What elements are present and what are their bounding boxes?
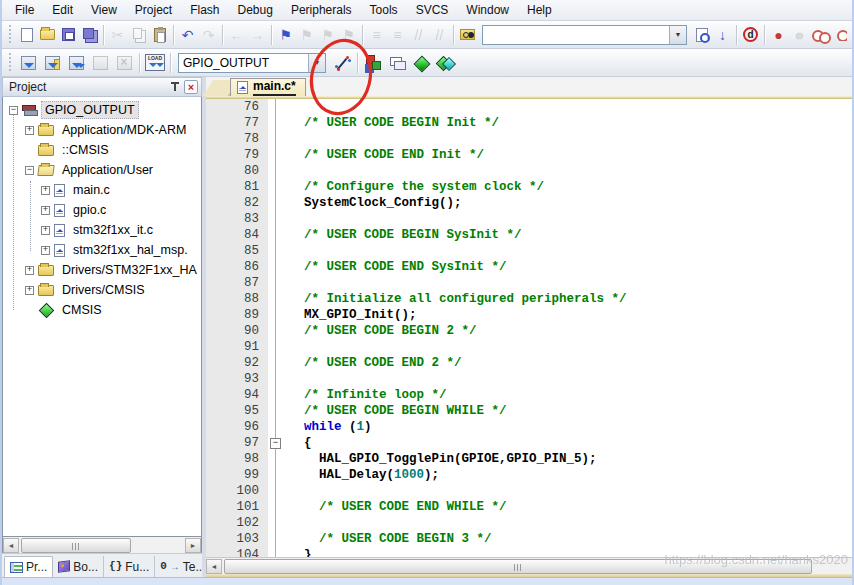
menu-flash[interactable]: Flash xyxy=(181,1,228,19)
tab-main-c[interactable]: main.c* xyxy=(230,78,306,96)
tree-expander[interactable]: + xyxy=(25,266,34,275)
scrollbar-track[interactable] xyxy=(19,538,185,553)
tree-item-main-c[interactable]: +main.c xyxy=(3,180,201,200)
tree-item-stm32f1xx-it-c[interactable]: +stm32f1xx_it.c xyxy=(3,220,201,240)
tree-item-gpio-c[interactable]: +gpio.c xyxy=(3,200,201,220)
tree-expander[interactable]: + xyxy=(41,206,50,215)
tree-expander[interactable]: − xyxy=(9,106,18,115)
scroll-left-button[interactable]: ◄ xyxy=(206,559,222,574)
functions-tab-icon: {} xyxy=(109,561,122,572)
new-file-button[interactable] xyxy=(16,24,37,46)
menu-tools[interactable]: Tools xyxy=(361,1,407,19)
code-line: 89 MX_GPIO_Init(); xyxy=(206,307,852,323)
books-tab[interactable]: Bo... xyxy=(53,556,104,577)
search-combobox-dropdown-button[interactable]: ▼ xyxy=(669,26,686,44)
scrollbar-thumb[interactable] xyxy=(224,559,812,574)
menu-edit[interactable]: Edit xyxy=(43,1,82,19)
search-combobox[interactable]: ▼ xyxy=(482,25,687,45)
insert-breakpoint-button[interactable]: ● xyxy=(768,24,789,46)
functions-tab[interactable]: {}Fu... xyxy=(104,556,155,577)
tree-expander[interactable]: + xyxy=(41,186,50,195)
line-number: 79 xyxy=(206,147,268,163)
file-extensions-books-icon xyxy=(365,55,381,71)
scroll-right-button[interactable]: ► xyxy=(185,538,201,553)
find-all-references-button[interactable]: d xyxy=(740,24,761,46)
bookmark-toggle-button[interactable]: ⚑ xyxy=(275,24,296,46)
project-panel-title: Project xyxy=(9,80,170,94)
target-combobox[interactable]: GPIO_OUTPUT▼ xyxy=(178,53,326,73)
find-in-files-button[interactable] xyxy=(457,24,478,46)
tree-item-application-mdk-arm[interactable]: +Application/MDK-ARM xyxy=(3,120,201,140)
tree-item-drivers-cmsis[interactable]: +Drivers/CMSIS xyxy=(3,280,201,300)
incremental-find-button[interactable]: ↓ xyxy=(712,24,733,46)
tree-item-drivers-stm32f1xx-ha[interactable]: +Drivers/STM32F1xx_HA xyxy=(3,260,201,280)
build-button[interactable] xyxy=(40,51,64,75)
status-strip xyxy=(2,577,852,585)
disable-all-breakpoints-button[interactable] xyxy=(831,24,852,46)
scrollbar-thumb[interactable] xyxy=(21,538,131,553)
code-text xyxy=(284,243,852,259)
folder-icon xyxy=(38,125,54,136)
project-panel-header: Project × xyxy=(2,77,202,97)
pack-installer-icon xyxy=(436,54,454,72)
tree-expander[interactable]: + xyxy=(25,126,34,135)
rebuild-all-button[interactable] xyxy=(64,51,88,75)
editor-area: main.c* 7677 /* USER CODE BEGIN Init */7… xyxy=(206,77,852,577)
scrollbar-track[interactable] xyxy=(222,559,852,574)
save-button[interactable] xyxy=(58,24,79,46)
fold-collapse-button[interactable]: − xyxy=(270,438,281,449)
save-all-button[interactable] xyxy=(79,24,100,46)
toolbar-grip[interactable] xyxy=(7,25,13,45)
manage-run-time-environment-button[interactable] xyxy=(409,51,433,75)
kill-all-breakpoints-button[interactable] xyxy=(810,24,831,46)
target-combobox-dropdown-button[interactable]: ▼ xyxy=(308,54,325,72)
line-number: 104 xyxy=(206,547,268,557)
enable-disable-breakpoint-button[interactable]: ● xyxy=(789,24,810,46)
close-panel-button[interactable]: × xyxy=(184,80,198,94)
manage-project-items-button[interactable] xyxy=(385,51,409,75)
options-for-target-button[interactable] xyxy=(330,51,354,75)
redo-icon: ↷ xyxy=(203,28,215,42)
code-text xyxy=(284,339,852,355)
download-button[interactable]: LOAD xyxy=(143,51,167,75)
menu-project[interactable]: Project xyxy=(126,1,181,19)
code-area[interactable]: 7677 /* USER CODE BEGIN Init */7879 /* U… xyxy=(206,99,852,557)
menu-debug[interactable]: Debug xyxy=(229,1,282,19)
pack-installer-button[interactable] xyxy=(433,51,457,75)
undo-icon: ↶ xyxy=(182,28,194,42)
menu-view[interactable]: View xyxy=(82,1,126,19)
tree-item-gpio-output[interactable]: −GPIO_OUTPUT xyxy=(3,100,201,120)
fold-margin xyxy=(268,259,284,275)
scroll-left-button[interactable]: ◄ xyxy=(3,538,19,553)
menu-help[interactable]: Help xyxy=(518,1,561,19)
tree-expander[interactable]: + xyxy=(25,286,34,295)
paste-button[interactable] xyxy=(149,24,170,46)
tree-item--cmsis[interactable]: ::CMSIS xyxy=(3,140,201,160)
undo-button[interactable]: ↶ xyxy=(177,24,198,46)
open-button[interactable] xyxy=(37,24,58,46)
find-button[interactable] xyxy=(691,24,712,46)
tree-item-label: Drivers/STM32F1xx_HA xyxy=(59,262,200,278)
project-tab[interactable]: Pr... xyxy=(4,556,53,577)
line-number: 103 xyxy=(206,531,268,547)
tree-item-cmsis[interactable]: CMSIS xyxy=(3,300,201,320)
tree-expander[interactable]: + xyxy=(41,246,50,255)
file-extensions-books-button[interactable] xyxy=(361,51,385,75)
code-line: 87 xyxy=(206,275,852,291)
tree-item-stm32f1xx-hal-msp-[interactable]: +stm32f1xx_hal_msp. xyxy=(3,240,201,260)
menu-file[interactable]: File xyxy=(6,1,43,19)
menu-svcs[interactable]: SVCS xyxy=(407,1,458,19)
translate-button[interactable] xyxy=(16,51,40,75)
toolbar-grip[interactable] xyxy=(7,53,13,73)
diamond-icon xyxy=(38,302,54,318)
bookmark-clear-all-icon: ⚑ xyxy=(342,28,355,42)
tree-item-application-user[interactable]: −Application/User xyxy=(3,160,201,180)
code-text: /* Configure the system clock */ xyxy=(284,179,852,195)
pin-icon[interactable] xyxy=(170,81,180,93)
menu-window[interactable]: Window xyxy=(457,1,518,19)
manage-run-time-environment-icon xyxy=(412,54,430,72)
tree-expander[interactable]: − xyxy=(25,166,34,175)
tree-expander[interactable]: + xyxy=(41,226,50,235)
code-line: 102 xyxy=(206,515,852,531)
menu-peripherals[interactable]: Peripherals xyxy=(282,1,361,19)
